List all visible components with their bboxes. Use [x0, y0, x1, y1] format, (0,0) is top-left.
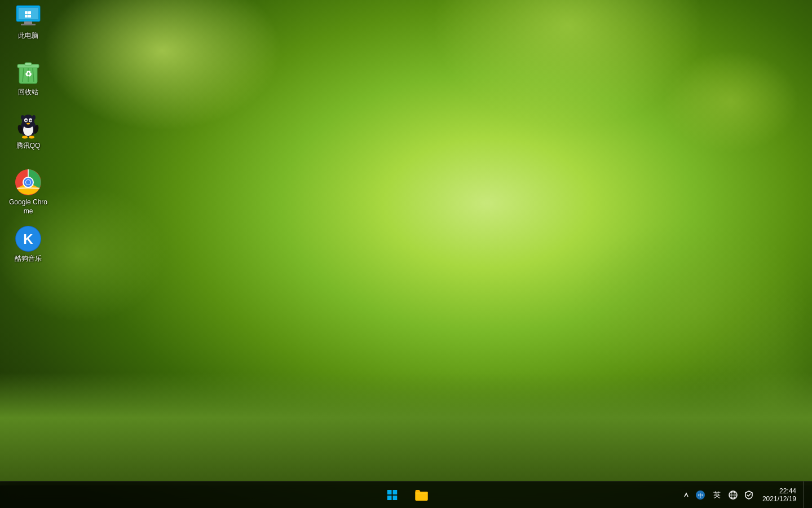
svg-point-36	[26, 180, 30, 185]
kuwo-svg: K	[15, 225, 42, 252]
svg-text:♻: ♻	[25, 69, 32, 78]
desktop-icon-qq[interactable]: 腾讯QQ	[6, 110, 51, 153]
svg-line-39	[17, 188, 28, 189]
ime-icon: 中	[695, 490, 705, 500]
this-pc-label: 此电脑	[18, 32, 38, 41]
clock-display[interactable]: 22:44 2021/12/19	[758, 487, 801, 503]
taskbar-center	[378, 481, 434, 509]
svg-rect-5	[25, 11, 28, 14]
desktop-icon-kuwo[interactable]: K 酷狗音乐	[6, 223, 51, 266]
chrome-svg	[15, 169, 42, 196]
svg-rect-11	[25, 63, 32, 65]
desktop: 此电脑 ♻ 回收站	[0, 0, 812, 508]
language-indicator[interactable]: 英	[710, 489, 724, 501]
this-pc-icon	[15, 2, 42, 29]
svg-rect-43	[387, 490, 392, 494]
show-desktop-button[interactable]	[803, 481, 807, 509]
recycle-bin-icon: ♻	[15, 59, 42, 86]
chrome-icon	[15, 169, 42, 196]
chevron-up-icon	[684, 492, 689, 498]
svg-point-27	[32, 115, 36, 120]
security-icon[interactable]	[742, 489, 756, 501]
svg-line-38	[28, 188, 39, 189]
svg-point-25	[27, 123, 30, 125]
taskbar-file-explorer[interactable]	[409, 481, 434, 509]
desktop-icon-this-pc[interactable]: 此电脑	[6, 0, 51, 43]
kuwo-icon: K	[15, 225, 42, 252]
clock-date: 2021/12/19	[762, 495, 796, 503]
svg-point-22	[30, 120, 32, 122]
svg-point-26	[21, 115, 24, 120]
svg-text:K: K	[23, 231, 33, 247]
taskbar-right: 中 英	[682, 481, 812, 509]
ground-decoration	[0, 373, 812, 485]
recycle-bin-label: 回收站	[18, 88, 38, 97]
qq-icon	[15, 112, 42, 139]
svg-point-21	[25, 120, 28, 122]
tray-expand-button[interactable]	[682, 489, 691, 501]
kuwo-label: 酷狗音乐	[15, 255, 42, 264]
svg-point-23	[26, 120, 27, 120]
svg-point-29	[29, 136, 34, 139]
chrome-label: Google Chrome	[8, 198, 48, 216]
shield-icon	[744, 491, 753, 500]
monitor-svg	[15, 5, 41, 27]
svg-rect-44	[393, 490, 398, 494]
recycle-bin-svg: ♻	[16, 59, 41, 86]
desktop-icon-chrome[interactable]: Google Chrome	[6, 167, 51, 218]
svg-rect-46	[393, 496, 398, 500]
network-svg	[729, 491, 738, 500]
file-explorer-icon	[414, 489, 428, 501]
svg-rect-4	[21, 24, 36, 25]
svg-text:中: 中	[698, 493, 703, 498]
svg-rect-3	[24, 21, 32, 24]
qq-label: 腾讯QQ	[16, 142, 41, 151]
qq-svg	[15, 112, 42, 139]
svg-point-28	[22, 136, 28, 139]
svg-rect-7	[25, 15, 28, 17]
svg-rect-6	[28, 11, 31, 14]
windows-logo-icon	[387, 490, 398, 500]
taskbar: 中 英	[0, 481, 812, 508]
network-icon[interactable]	[726, 489, 740, 501]
svg-point-24	[30, 120, 31, 120]
svg-rect-8	[28, 15, 31, 17]
desktop-icon-recycle-bin[interactable]: ♻ 回收站	[6, 56, 51, 99]
input-method-icon[interactable]: 中	[693, 489, 708, 501]
clock-time: 22:44	[779, 487, 796, 495]
start-button[interactable]	[378, 481, 407, 509]
svg-rect-45	[387, 496, 392, 500]
